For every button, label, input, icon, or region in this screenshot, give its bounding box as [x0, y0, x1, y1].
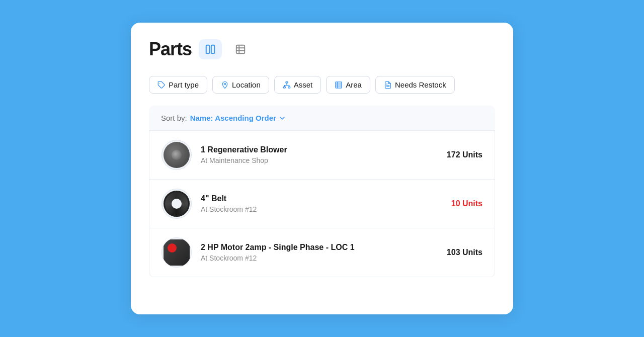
svg-rect-2	[236, 45, 245, 54]
part-image-blower	[162, 140, 192, 170]
filter-asset[interactable]: Asset	[274, 76, 321, 94]
svg-point-7	[224, 83, 225, 85]
location-pin-icon	[221, 81, 229, 89]
svg-rect-0	[206, 45, 209, 54]
parts-list: 1 Regenerative Blower At Maintenance Sho…	[149, 131, 495, 277]
part-units: 172 Units	[447, 150, 482, 159]
filter-part-type[interactable]: Part type	[149, 76, 207, 94]
part-row[interactable]: 2 HP Motor 2amp - Single Phase - LOC 1 A…	[149, 228, 495, 277]
part-info: 1 Regenerative Blower At Maintenance Sho…	[201, 145, 438, 164]
columns-view-button[interactable]	[199, 39, 222, 59]
parts-card: Parts Part type	[131, 23, 513, 314]
part-location: At Stockroom #12	[201, 254, 438, 262]
part-name: 1 Regenerative Blower	[201, 145, 438, 154]
table-view-button[interactable]	[229, 39, 252, 59]
part-image-motor	[162, 237, 192, 268]
table-view-icon	[235, 44, 246, 55]
chevron-down-icon	[278, 114, 286, 122]
restock-icon	[384, 81, 392, 89]
part-info: 2 HP Motor 2amp - Single Phase - LOC 1 A…	[201, 243, 438, 262]
part-location: At Stockroom #12	[201, 205, 442, 213]
hierarchy-icon	[283, 81, 291, 89]
svg-rect-15	[336, 82, 342, 88]
parts-section: Sort by: Name: Ascending Order 1 Regener…	[149, 106, 495, 277]
part-name: 2 HP Motor 2amp - Single Phase - LOC 1	[201, 243, 438, 252]
svg-rect-1	[211, 45, 214, 54]
part-location: At Maintenance Shop	[201, 156, 438, 164]
page-header: Parts	[149, 39, 495, 60]
part-units-low: 10 Units	[451, 199, 482, 208]
columns-view-icon	[205, 44, 216, 55]
filter-bar: Part type Location Asset	[149, 76, 495, 94]
part-row[interactable]: 4" Belt At Stockroom #12 10 Units	[149, 180, 495, 228]
part-row[interactable]: 1 Regenerative Blower At Maintenance Sho…	[149, 131, 495, 180]
part-units: 103 Units	[447, 248, 482, 257]
part-name: 4" Belt	[201, 194, 442, 203]
filter-area[interactable]: Area	[326, 76, 370, 94]
sort-label: Sort by:	[161, 114, 187, 122]
part-info: 4" Belt At Stockroom #12	[201, 194, 442, 213]
sort-value-button[interactable]: Name: Ascending Order	[190, 114, 286, 122]
tag-icon	[157, 81, 166, 89]
page-title: Parts	[149, 39, 192, 60]
part-image-belt	[162, 189, 192, 219]
filter-location[interactable]: Location	[212, 76, 269, 94]
sort-bar: Sort by: Name: Ascending Order	[149, 106, 495, 131]
filter-needs-restock[interactable]: Needs Restock	[375, 76, 455, 94]
building-icon	[335, 81, 343, 89]
